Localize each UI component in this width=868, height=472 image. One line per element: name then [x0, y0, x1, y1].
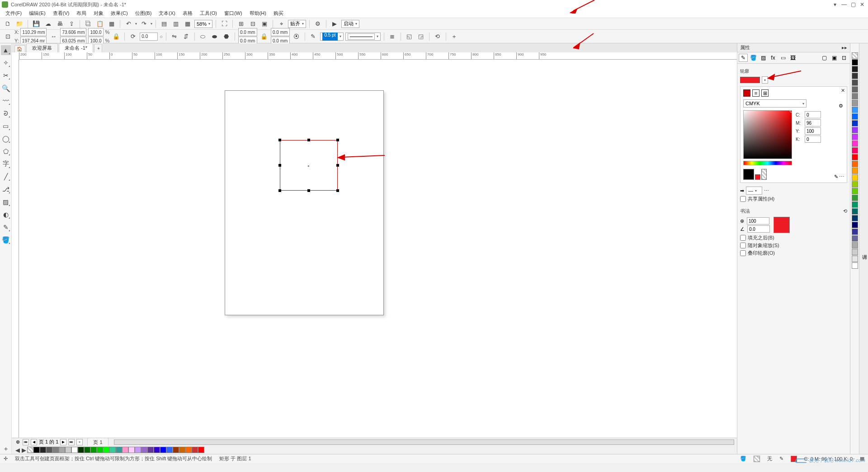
picker-mode-sliders[interactable]: ≡ [752, 89, 760, 97]
fill-none-swatch[interactable] [754, 456, 760, 462]
horizontal-ruler[interactable]: 2001501005005010015020025030035040045050… [19, 52, 737, 60]
transparency-tab[interactable]: ▨ [759, 54, 768, 62]
side-palette-swatch[interactable] [852, 86, 858, 93]
menu-f[interactable]: 文件(F) [2, 10, 25, 17]
overflow-icon[interactable]: ▾ [831, 1, 839, 8]
side-palette-swatch[interactable] [852, 161, 858, 167]
snap-toggle[interactable]: ⌖ [276, 19, 286, 29]
side-palette-swatch[interactable] [852, 134, 858, 140]
side-palette-swatch[interactable] [852, 52, 858, 59]
palette-swatch[interactable] [59, 447, 65, 453]
mirror-h-button[interactable]: ⇋ [170, 32, 179, 42]
launch-icon[interactable]: ▶ [330, 19, 340, 29]
corner-chamfer-icon[interactable]: ⬣ [222, 32, 231, 42]
line-style-dropdown[interactable]: ▾ [345, 33, 381, 41]
side-palette-swatch[interactable] [852, 174, 858, 181]
palette-swatch[interactable] [52, 447, 59, 453]
side-palette-swatch[interactable] [852, 140, 858, 147]
panel-menu-icon[interactable]: ▸▸ [842, 45, 847, 51]
fill-tool[interactable]: 🪣 [1, 235, 11, 245]
stretch-input[interactable] [747, 217, 769, 224]
export-button[interactable]: ⇪ [66, 19, 76, 29]
transparency-tool[interactable]: ◐ [1, 210, 11, 220]
mirror-v-button[interactable]: ⇵ [181, 32, 191, 42]
grid-icon[interactable]: ▤ [159, 19, 169, 29]
overprint-checkbox[interactable] [740, 250, 746, 256]
eyedropper-button[interactable]: ✎ [834, 174, 838, 180]
maximize-button[interactable]: ▢ [849, 1, 857, 8]
menu-w[interactable]: 窗口(W) [221, 10, 246, 17]
open-button[interactable]: 📁 [14, 19, 24, 29]
palette-swatch[interactable] [147, 447, 154, 453]
object-origin-icon[interactable]: ⊡ [3, 32, 13, 42]
side-palette-swatch[interactable] [852, 188, 858, 194]
guides-icon[interactable]: ⊟ [248, 19, 258, 29]
side-palette-swatch[interactable] [852, 147, 858, 154]
vertical-ruler[interactable] [12, 60, 19, 438]
corner-tr-input[interactable] [271, 28, 290, 36]
palette-swatch[interactable] [109, 447, 116, 453]
menu-[interactable]: 对象 [90, 10, 107, 17]
pick-tool[interactable]: ▲ [1, 45, 11, 55]
side-palette-swatch[interactable] [852, 256, 858, 262]
picker-mode-swatches[interactable]: ⊞ [761, 89, 769, 97]
palette-swatch[interactable] [97, 447, 103, 453]
h-scrollbar[interactable] [114, 439, 734, 445]
new-tab-button[interactable]: ＋ [94, 44, 102, 52]
side-palette-swatch[interactable] [852, 222, 858, 228]
corner-round-icon[interactable]: ⬭ [198, 32, 208, 42]
side-palette-swatch[interactable] [852, 66, 858, 72]
add-button[interactable]: ＋ [449, 32, 459, 42]
docker-tabs[interactable]: 调详 [859, 43, 868, 454]
side-palette-swatch[interactable] [852, 59, 858, 65]
palette-swatch[interactable] [33, 447, 40, 453]
outline-width-dropdown[interactable]: 0.5 pt▾ [320, 33, 344, 41]
palette-swatch[interactable] [135, 447, 141, 453]
back-button[interactable]: ◲ [416, 32, 426, 42]
palette-swatch[interactable] [192, 447, 198, 453]
corner-scallop-icon[interactable]: ⬬ [210, 32, 220, 42]
fullscreen-icon[interactable]: ⛶ [219, 19, 229, 29]
canvas[interactable]: × [19, 60, 737, 438]
doc-icon[interactable]: ▥ [171, 19, 181, 29]
yellow-input[interactable] [805, 127, 821, 135]
frame-tab[interactable]: ▭ [778, 54, 788, 62]
snap-dropdown[interactable]: 贴齐▾ [288, 20, 306, 28]
cloud-up-icon[interactable]: ☁ [43, 19, 53, 29]
palette-swatch[interactable] [84, 447, 90, 453]
side-palette-swatch[interactable] [852, 79, 858, 86]
rectangle-tool[interactable]: ▭ [1, 121, 11, 131]
lock-ratio-button[interactable]: 🔒 [111, 32, 121, 42]
new-button[interactable]: 🗋 [3, 19, 13, 29]
menu-x[interactable]: 文本(X) [155, 10, 179, 17]
width-input[interactable] [60, 28, 86, 36]
zoom-tool[interactable]: 🔍 [1, 83, 11, 93]
minimize-button[interactable]: — [840, 1, 848, 8]
palette-swatch[interactable] [27, 447, 33, 453]
palette-swatch[interactable] [40, 447, 46, 453]
document-tab[interactable]: 未命名 -1* [59, 43, 93, 52]
clipboard-icon[interactable]: ▦ [107, 19, 117, 29]
paste-button[interactable]: 📋 [95, 19, 105, 29]
palette-swatch[interactable] [179, 447, 185, 453]
outline-color-dropdown[interactable]: ▾ [762, 76, 768, 84]
black-input[interactable] [805, 136, 821, 143]
dimension-tool[interactable]: ╱ [1, 172, 11, 182]
side-palette-swatch[interactable] [852, 154, 858, 160]
side-palette-swatch[interactable] [852, 168, 858, 174]
save-button[interactable]: 💾 [31, 19, 41, 29]
palette-swatch[interactable] [116, 447, 122, 453]
first-page-button[interactable]: ⏮ [23, 439, 29, 445]
outline-tab[interactable]: ✎ [739, 54, 748, 62]
handle-top-right[interactable] [336, 139, 339, 141]
handle-bottom-left[interactable] [278, 189, 281, 192]
home-tab[interactable]: 🏠 [14, 45, 25, 52]
artistic-tool[interactable]: ᘐ [1, 108, 11, 118]
palette-swatch[interactable] [122, 447, 128, 453]
handle-middle-right[interactable] [336, 164, 339, 167]
eyedropper-tool[interactable]: ✎ [1, 222, 11, 232]
page-add-icon[interactable]: ⊕ [14, 439, 21, 445]
side-palette-swatch[interactable] [852, 100, 858, 106]
menu-[interactable]: 布局 [73, 10, 90, 17]
tab-end-1[interactable]: ▢ [820, 54, 829, 62]
